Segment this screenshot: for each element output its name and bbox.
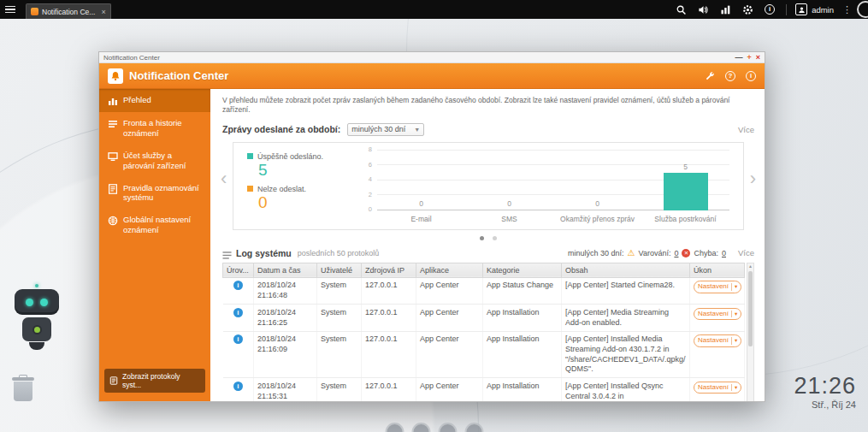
dashboard-icon[interactable] <box>857 1 868 18</box>
scrollbar-thumb[interactable] <box>748 271 753 346</box>
about-icon[interactable]: i <box>746 71 756 81</box>
volume-icon[interactable] <box>692 0 714 19</box>
table-row[interactable]: i2018/10/2421:16:25System127.0.0.1App Ce… <box>223 305 745 331</box>
cell-source-ip: 127.0.0.1 <box>362 331 416 378</box>
period-select-value: minulých 30 dní <box>351 125 405 133</box>
info-level-icon: i <box>233 281 243 290</box>
info-level-icon: i <box>233 382 243 391</box>
sidebar-item-service-account-pairing[interactable]: Účet služby a párování zařízení <box>99 145 210 177</box>
system-log-table: Úrov...Datum a časUživateléZdrojová IPAp… <box>222 263 745 401</box>
carousel-dot-2[interactable] <box>493 236 497 240</box>
logs-icon <box>109 376 118 385</box>
clock-date: Stř., Říj 24 <box>794 399 856 410</box>
cell-application: App Center <box>416 305 483 331</box>
cell-category: App Installation <box>483 305 562 331</box>
column-header-6[interactable]: Kategorie <box>483 263 562 277</box>
dock-item[interactable] <box>385 423 404 432</box>
legend-fail-value: 0 <box>247 194 351 211</box>
carousel-dot-1[interactable] <box>480 236 484 240</box>
row-settings-button[interactable]: Nastavení▾ <box>694 281 741 293</box>
recycle-bin-icon[interactable] <box>12 375 34 401</box>
sidebar-item-global-notification-settings[interactable]: Globální nastavení oznámení <box>99 209 210 241</box>
column-header-5[interactable]: Aplikace <box>416 263 483 277</box>
rules-document-icon <box>108 184 118 194</box>
column-header-4[interactable]: Zdrojová IP <box>362 263 416 277</box>
chart-value-label: 0 <box>419 200 423 208</box>
period-select[interactable]: minulých 30 dní ▼ <box>347 123 424 136</box>
dock-item[interactable] <box>464 423 483 432</box>
carousel-prev-icon[interactable]: ‹ <box>221 169 227 188</box>
main-menu-icon[interactable] <box>0 0 21 19</box>
row-settings-button[interactable]: Nastavení▾ <box>694 334 741 346</box>
bar-chart-icon <box>108 96 118 106</box>
maximize-icon[interactable]: + <box>747 54 751 62</box>
sidebar-item-system-notification-rules[interactable]: Pravidla oznamování systému <box>99 177 210 210</box>
user-menu[interactable]: admin <box>792 3 837 15</box>
column-header-8[interactable]: Úkon <box>690 263 745 277</box>
error-icon: ✕ <box>682 249 690 257</box>
cell-content: [App Center] Started Cinema28. <box>562 277 690 304</box>
error-label: Chyba: <box>694 249 718 257</box>
row-settings-button[interactable]: Nastavení▾ <box>694 308 741 320</box>
app-title: Notification Center <box>129 69 228 82</box>
help-icon[interactable]: ? <box>725 71 735 81</box>
dock-item[interactable] <box>438 423 457 432</box>
table-row[interactable]: i2018/10/2421:15:31System127.0.0.1App Ce… <box>223 378 745 401</box>
cell-datetime: 2018/10/2421:16:09 <box>254 331 317 378</box>
sidebar-item-overview[interactable]: Přehled <box>99 89 210 112</box>
sidebar: PřehledFronta a historie oznámeníÚčet sl… <box>99 89 210 401</box>
warning-label: Varování: <box>639 249 671 257</box>
background-tasks-icon[interactable] <box>714 0 736 19</box>
settings-gear-icon[interactable] <box>736 0 759 19</box>
row-settings-button[interactable]: Nastavení▾ <box>694 382 741 394</box>
cell-datetime: 2018/10/2421:16:48 <box>254 277 317 304</box>
log-period-label: minulých 30 dní: <box>568 249 624 257</box>
log-more-link[interactable]: Více <box>738 248 754 257</box>
main-content: V přehledu můžete zobrazit počet zpráv z… <box>210 89 765 401</box>
sidebar-menu: PřehledFronta a historie oznámeníÚčet sl… <box>99 89 210 241</box>
carousel-next-icon[interactable]: › <box>750 169 756 188</box>
system-log-icon <box>222 248 232 257</box>
column-header-2[interactable]: Datum a čas <box>254 263 317 277</box>
table-row[interactable]: i2018/10/2421:16:09System127.0.0.1App Ce… <box>223 331 745 378</box>
chevron-down-icon: ▾ <box>731 311 737 317</box>
dock-item[interactable] <box>411 423 430 432</box>
tab-close-icon[interactable]: × <box>101 8 105 16</box>
search-icon[interactable] <box>670 0 692 19</box>
warning-count-link[interactable]: 0 <box>674 249 678 257</box>
cell-source-ip: 127.0.0.1 <box>362 378 416 401</box>
intro-text: V přehledu můžete zobrazit počet zpráv z… <box>222 96 754 115</box>
scroll-up-icon[interactable]: ▲ <box>748 263 753 269</box>
legend-fail-label: Nelze odeslat. <box>257 185 306 193</box>
show-system-logs-button[interactable]: Zobrazit protokoly syst... <box>104 369 205 393</box>
tools-icon[interactable] <box>705 71 715 81</box>
column-header-7[interactable]: Obsah <box>562 263 690 277</box>
more-options-icon[interactable]: ⋮ <box>837 4 857 15</box>
chart-category: 0E-mail <box>377 151 465 210</box>
divider <box>786 4 787 15</box>
taskbar-tab-notification-center[interactable]: Notification Ce... × <box>26 3 111 19</box>
cell-user: System <box>317 331 362 378</box>
messages-more-link[interactable]: Více <box>738 125 754 134</box>
notification-center-tab-icon <box>31 8 38 15</box>
cell-content: [App Center] Media Streaming Add-on enab… <box>562 305 690 331</box>
chart-category-label: E-mail <box>410 215 431 223</box>
sidebar-item-queue-history[interactable]: Fronta a historie oznámení <box>99 112 210 145</box>
column-header-1[interactable]: Úrov... <box>223 263 254 277</box>
minimize-icon[interactable]: — <box>735 54 742 62</box>
table-scrollbar[interactable]: ▲ ▼ <box>747 263 754 401</box>
table-row[interactable]: i2018/10/2421:16:48System127.0.0.1App Ce… <box>223 277 745 304</box>
column-header-3[interactable]: Uživatelé <box>317 263 362 277</box>
clock-time: 21:26 <box>794 374 856 398</box>
chart-category: 0SMS <box>465 151 553 210</box>
warning-icon: ⚠ <box>628 249 635 257</box>
system-log-table-area: Úrov...Datum a časUživateléZdrojová IPAp… <box>222 263 754 401</box>
window-titlebar[interactable]: Notification Center — + × <box>99 52 765 63</box>
show-system-logs-label: Zobrazit protokoly syst... <box>122 372 200 389</box>
cell-category: App Status Change <box>483 277 562 304</box>
legend-fail-swatch <box>247 186 253 192</box>
close-icon[interactable]: × <box>756 54 760 62</box>
error-count-link[interactable]: 0 <box>722 249 726 257</box>
chevron-down-icon: ▾ <box>731 337 737 344</box>
info-icon[interactable]: i <box>759 0 781 19</box>
